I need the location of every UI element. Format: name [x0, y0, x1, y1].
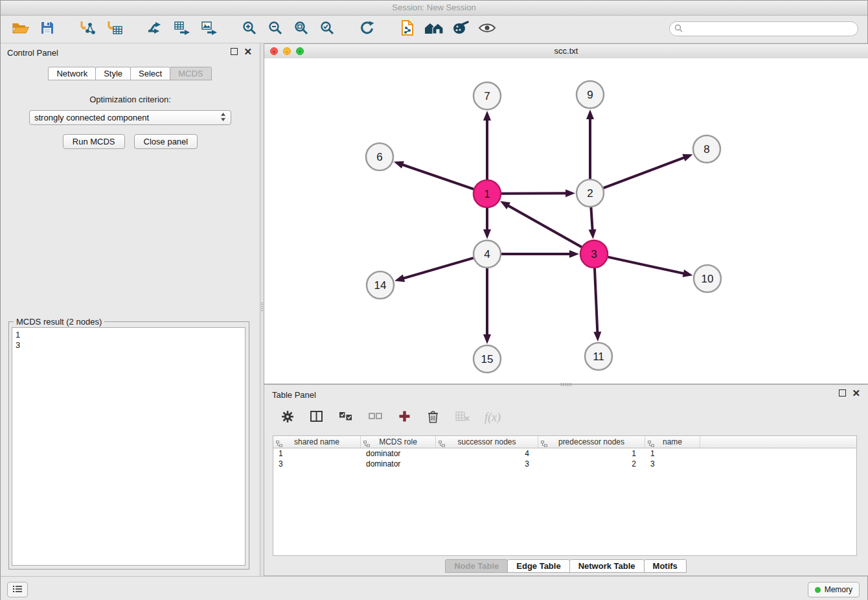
save-session-button[interactable]	[37, 19, 58, 40]
column-label: predecessor nodes	[558, 437, 624, 446]
tab-node-table[interactable]: Node Table	[445, 559, 508, 573]
search-input[interactable]	[686, 24, 853, 34]
table-cell[interactable]: 3	[436, 459, 538, 469]
table-cell[interactable]: 3	[645, 459, 700, 469]
graph-node-7[interactable]: 7	[474, 82, 501, 110]
tab-style[interactable]: Style	[95, 67, 131, 80]
panel-menu-button[interactable]	[7, 582, 28, 597]
graph-node-10[interactable]: 10	[694, 265, 721, 292]
criterion-dropdown[interactable]: strongly connected component	[29, 110, 231, 125]
table-cell[interactable]: 2	[538, 459, 645, 469]
run-mcds-button[interactable]: Run MCDS	[63, 134, 125, 149]
edge-arrowhead	[483, 334, 491, 344]
window-titlebar[interactable]: Session: New Session	[1, 1, 867, 16]
column-header-name[interactable]: name	[645, 436, 700, 448]
column-header-shared-name[interactable]: shared name	[273, 436, 361, 448]
zoom-in-button[interactable]	[239, 19, 260, 40]
tab-motifs[interactable]: Motifs	[644, 559, 687, 573]
empty-boxes-icon	[369, 412, 382, 422]
zoom-out-button[interactable]	[265, 19, 286, 40]
import-table-button[interactable]	[104, 19, 125, 40]
tab-mcds[interactable]: MCDS	[170, 67, 211, 80]
export-table-button[interactable]	[172, 19, 192, 40]
optimization-criterion-label: Optimization criterion:	[1, 95, 260, 104]
graph-node-9[interactable]: 9	[577, 81, 604, 108]
function-builder-label[interactable]: f(x)	[485, 411, 501, 424]
deselect-all-button[interactable]	[367, 410, 383, 425]
trash-icon	[428, 410, 439, 425]
zoom-selected-button[interactable]	[317, 19, 337, 40]
table-cell[interactable]: dominator	[361, 459, 436, 469]
mcds-result-list[interactable]: 13	[12, 327, 246, 566]
select-all-button[interactable]	[337, 410, 354, 425]
table-cell[interactable]: 1	[538, 448, 645, 459]
graph-node-8[interactable]: 8	[693, 135, 720, 163]
graph-edge-3-10[interactable]	[608, 257, 683, 273]
close-table-panel-icon[interactable]: ✕	[852, 390, 860, 397]
add-row-button[interactable]	[396, 410, 412, 425]
memory-status-icon	[815, 587, 821, 593]
mcds-result-title: MCDS result (2 nodes)	[14, 317, 104, 327]
graph-node-6[interactable]: 6	[366, 143, 393, 170]
import-network-button[interactable]	[77, 19, 98, 40]
memory-button[interactable]: Memory	[808, 582, 860, 597]
graph-node-11[interactable]: 11	[585, 343, 612, 370]
column-header-successor-nodes[interactable]: successor nodes	[436, 436, 538, 448]
graph-node-4[interactable]: 4	[474, 240, 501, 268]
graph-edge-2-3[interactable]	[591, 207, 592, 230]
table-cell[interactable]: 4	[436, 448, 538, 459]
search-box[interactable]	[669, 21, 858, 36]
export-image-button[interactable]	[199, 19, 220, 40]
graph-edge-3-1[interactable]	[508, 205, 582, 247]
refresh-view-button[interactable]	[357, 19, 378, 40]
network-view-titlebar[interactable]: × − + scc.txt	[264, 44, 868, 59]
checked-boxes-icon	[339, 411, 352, 423]
svg-text:14: 14	[374, 279, 387, 292]
tab-select[interactable]: Select	[130, 67, 170, 80]
return-to-gallery-button[interactable]	[424, 19, 444, 40]
column-header-MCDS-role[interactable]: MCDS role	[361, 436, 436, 448]
network-canvas[interactable]: 7968124314101511	[264, 58, 868, 384]
delete-table-button[interactable]	[453, 410, 472, 425]
clone-network-button[interactable]	[397, 19, 418, 40]
graph-node-14[interactable]: 14	[367, 271, 394, 299]
table-row[interactable]: 3dominator323	[273, 459, 856, 469]
houses-icon	[424, 21, 444, 37]
column-header-predecessor-nodes[interactable]: predecessor nodes	[538, 436, 645, 448]
new-network-button[interactable]	[144, 19, 165, 40]
svg-text:7: 7	[484, 90, 490, 102]
tab-network-table[interactable]: Network Table	[569, 559, 645, 573]
float-panel-icon[interactable]	[231, 48, 238, 55]
tab-edge-table[interactable]: Edge Table	[507, 559, 569, 573]
svg-text:2: 2	[587, 187, 593, 200]
control-panel-tabs: NetworkStyleSelectMCDS	[1, 67, 260, 80]
graph-node-2[interactable]: 2	[577, 179, 604, 207]
graph-edge-2-8[interactable]	[604, 157, 685, 188]
graph-edge-3-11[interactable]	[595, 268, 597, 332]
table-cell[interactable]: dominator	[361, 448, 436, 459]
graph-node-1[interactable]: 1	[474, 180, 501, 207]
document-network-icon	[400, 19, 415, 38]
tab-network[interactable]: Network	[48, 67, 96, 80]
float-table-panel-icon[interactable]	[839, 389, 846, 397]
table-cell[interactable]: 1	[273, 448, 361, 459]
show-hide-details-button[interactable]	[477, 19, 497, 40]
graph-node-3[interactable]: 3	[580, 240, 608, 268]
graph-edge-4-14[interactable]	[404, 258, 474, 279]
table-row[interactable]: 1dominator411	[273, 448, 856, 459]
style-preview-button[interactable]	[450, 19, 471, 40]
open-session-button[interactable]	[10, 19, 30, 40]
graph-edge-1-2[interactable]	[501, 193, 566, 194]
column-edit-icon	[439, 439, 445, 450]
zoom-fit-button[interactable]	[291, 19, 312, 40]
table-cell[interactable]: 3	[273, 459, 361, 469]
edge-arrowhead	[586, 110, 594, 119]
graph-node-15[interactable]: 15	[474, 345, 501, 373]
table-settings-button[interactable]	[280, 410, 295, 425]
show-column-panel-button[interactable]	[308, 410, 324, 425]
close-panel-icon[interactable]: ✕	[244, 49, 252, 55]
graph-edge-1-6[interactable]	[402, 165, 474, 189]
close-panel-button[interactable]: Close panel	[134, 134, 198, 149]
delete-row-button[interactable]	[425, 410, 440, 425]
network-graph[interactable]: 7968124314101511	[264, 58, 868, 384]
